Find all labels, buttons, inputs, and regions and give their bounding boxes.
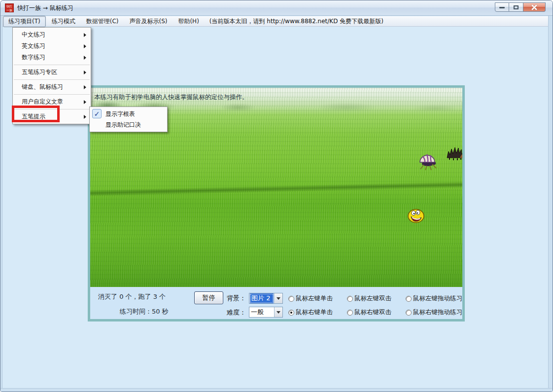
menubar-item-data-management[interactable]: 数据管理(C)	[81, 16, 124, 27]
menu-separator	[14, 65, 90, 65]
chevron-down-icon	[276, 297, 280, 300]
submenu-item-label: 显示助记口决	[105, 121, 141, 129]
menubar-item-practice-items[interactable]: 练习项目(T)	[3, 16, 46, 27]
menubar-item-help[interactable]: 帮助(H)	[173, 16, 204, 27]
radio-label: 鼠标左键拖动练习	[413, 294, 462, 303]
control-bar: 消灭了 0 个，跑了 3 个 练习时间：50 秒 暂停 背景： 图片 2 难度：…	[90, 287, 462, 319]
radio-left-single-click[interactable]: 鼠标左键单击	[288, 294, 344, 303]
kill-run-stats: 消灭了 0 个，跑了 3 个	[98, 292, 166, 301]
background-select[interactable]: 图片 2	[249, 293, 283, 304]
submenu-arrow-icon	[84, 85, 86, 89]
checkmark-icon: ✓	[92, 109, 102, 118]
menubar-item-sound[interactable]: 声音及标示(S)	[124, 16, 172, 27]
caption-buttons	[495, 2, 546, 12]
close-icon	[523, 3, 545, 11]
background-select-value: 图片 2	[250, 293, 274, 303]
radio-circle	[288, 296, 294, 302]
hedgehog-icon[interactable]	[446, 144, 462, 163]
menu-item-label: 中文练习	[22, 31, 45, 39]
submenu-item-label: 显示字根表	[105, 110, 135, 118]
radio-label: 鼠标右键拖动练习	[413, 308, 462, 317]
submenu-arrow-icon	[84, 100, 86, 104]
maximize-button[interactable]	[509, 2, 523, 12]
app-icon: 快打 一族	[5, 3, 14, 12]
maximize-icon	[514, 5, 518, 9]
window-frame-bottom	[0, 388, 553, 392]
menu-item-label: 英文练习	[22, 42, 45, 50]
close-button[interactable]	[523, 2, 546, 12]
radio-circle	[406, 296, 412, 302]
menu-item-wubi-hints[interactable]: 五笔提示	[13, 111, 91, 122]
title-bar: 快打 一族 快打一族 → 鼠标练习	[0, 0, 553, 16]
instruction-text: 本练习有助于初学电脑的人快速掌握鼠标的定位与操作。	[94, 93, 248, 102]
radio-label: 鼠标左键双击	[354, 294, 391, 303]
window-frame-right	[548, 16, 553, 392]
radio-label: 鼠标左键单击	[296, 294, 333, 303]
menu-item-custom-article[interactable]: 用户自定义文章	[13, 96, 91, 107]
menu-item-label: 用户自定义文章	[22, 98, 63, 106]
menu-item-label: 键盘、鼠标练习	[22, 83, 63, 91]
smiley-icon[interactable]	[407, 208, 425, 225]
menu-item-label: 五笔练习专区	[22, 68, 57, 76]
menu-item-keyboard-mouse-practice[interactable]: 键盘、鼠标练习	[13, 81, 91, 93]
practice-items-menu: 中文练习 英文练习 数字练习 五笔练习专区 键盘、鼠标练习 用户自定义文章 五笔…	[12, 27, 91, 124]
submenu-arrow-icon	[84, 44, 86, 48]
menu-separator	[14, 94, 90, 95]
menu-item-label: 五笔提示	[22, 112, 45, 121]
difficulty-label: 难度：	[227, 308, 246, 317]
menu-item-english-practice[interactable]: 英文练习	[13, 40, 91, 52]
pause-button[interactable]: 暂停	[194, 291, 223, 304]
menu-item-number-practice[interactable]: 数字练习	[13, 52, 91, 63]
right-click-radio-row: 鼠标右键单击 鼠标右键双击 鼠标右键拖动练习	[288, 308, 465, 317]
wubi-hints-submenu: ✓ 显示字根表 显示助记口决	[89, 107, 168, 132]
submenu-item-show-radical-table[interactable]: ✓ 显示字根表	[90, 108, 167, 119]
submenu-arrow-icon	[84, 115, 86, 119]
left-click-radio-row: 鼠标左键单击 鼠标左键双击 鼠标左键拖动练习	[288, 294, 465, 303]
menu-bar: 练习项目(T) 练习模式 数据管理(C) 声音及标示(S) 帮助(H) (当前版…	[2, 16, 548, 27]
difficulty-select-dropdown-button[interactable]	[274, 307, 282, 317]
version-notice: (当前版本太旧，请到 http://www.8882.net/KD 免费下载最新…	[209, 17, 383, 26]
radio-left-drag[interactable]: 鼠标左键拖动练习	[406, 294, 462, 303]
radio-circle	[347, 310, 353, 316]
window-title: 快打一族 → 鼠标练习	[17, 4, 73, 12]
radio-right-single-click[interactable]: 鼠标右键单击	[288, 308, 344, 317]
radio-circle-checked	[288, 310, 294, 316]
radio-circle	[406, 310, 412, 316]
radio-left-double-click[interactable]: 鼠标左键双击	[347, 294, 403, 303]
app-icon-text-bottom: 一族	[5, 8, 13, 12]
menu-item-chinese-practice[interactable]: 中文练习	[13, 29, 91, 40]
menu-separator	[14, 79, 90, 80]
submenu-item-show-mnemonic[interactable]: 显示助记口决	[90, 119, 167, 130]
app-icon-text-top: 快打	[5, 4, 13, 8]
window-frame-left	[0, 16, 2, 392]
minimize-button[interactable]	[495, 2, 509, 12]
radio-circle	[347, 296, 353, 302]
chevron-down-icon	[276, 311, 280, 314]
submenu-arrow-icon	[84, 56, 86, 60]
background-label: 背景：	[227, 294, 246, 303]
minimize-icon	[499, 7, 505, 8]
snail-bug-icon[interactable]	[417, 151, 440, 172]
background-select-dropdown-button[interactable]	[274, 293, 282, 303]
menu-item-wubi-zone[interactable]: 五笔练习专区	[13, 67, 91, 78]
menu-separator	[14, 109, 90, 109]
menu-item-label: 数字练习	[22, 53, 45, 62]
difficulty-select-value: 一般	[249, 307, 274, 317]
practice-time: 练习时间：50 秒	[120, 307, 169, 316]
field-ridge	[90, 181, 462, 197]
radio-right-double-click[interactable]: 鼠标右键双击	[347, 308, 403, 317]
submenu-arrow-icon	[84, 33, 86, 37]
radio-label: 鼠标右键单击	[296, 308, 333, 317]
radio-label: 鼠标右键双击	[354, 308, 391, 317]
menubar-item-practice-mode[interactable]: 练习模式	[47, 16, 80, 27]
radio-right-drag[interactable]: 鼠标右键拖动练习	[406, 308, 462, 317]
app-window: 快打 一族 快打一族 → 鼠标练习 练习项目(T) 练习模式 数据管理(C) 声…	[0, 0, 553, 392]
difficulty-select[interactable]: 一般	[249, 307, 283, 318]
submenu-arrow-icon	[84, 71, 86, 74]
